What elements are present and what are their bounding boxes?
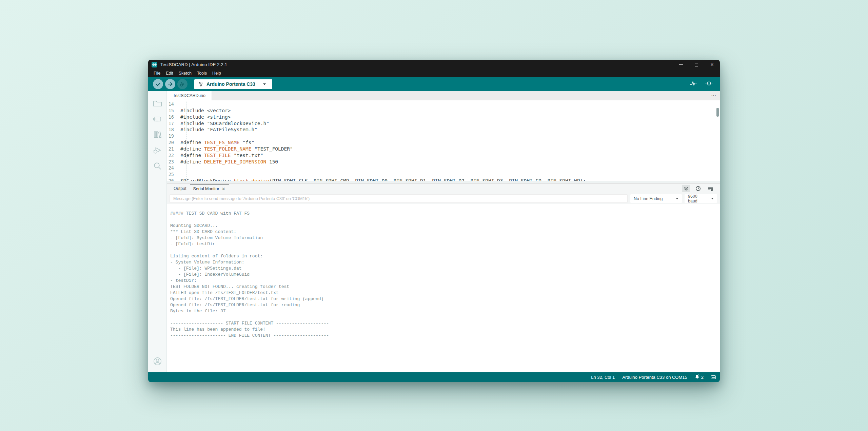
serial-output-line: ##### TEST SD CARD with FAT FS [170, 211, 720, 217]
serial-output-line [170, 247, 720, 253]
bell-icon [695, 374, 699, 380]
code-line: 23#define DELETE_FILE_DIMENSION 150 [167, 159, 720, 165]
line-ending-select[interactable]: No Line Ending [630, 194, 682, 203]
toolbar: Arduino Portenta C33 [148, 77, 720, 91]
horizontal-scrollbar-track[interactable] [167, 181, 720, 183]
serial-output-line: - testDir: [170, 278, 720, 284]
autoscroll-toggle[interactable] [682, 185, 690, 192]
verify-button[interactable] [153, 79, 163, 89]
panel-icon [711, 375, 716, 379]
menu-tools[interactable]: Tools [194, 70, 210, 77]
line-ending-value: No Line Ending [634, 196, 663, 201]
line-number: 23 [167, 159, 180, 165]
sidebar-item-sketchbook[interactable] [151, 96, 164, 111]
code-line: 18#include "FATFileSystem.h" [167, 126, 720, 133]
chevron-down-icon [711, 198, 714, 199]
sidebar-item-boards-manager[interactable] [151, 111, 164, 127]
line-number: 19 [167, 133, 180, 139]
serial-output-line: - System Volume Information: [170, 259, 720, 266]
maximize-button[interactable] [689, 60, 704, 70]
menu-help[interactable]: Help [210, 70, 224, 77]
notification-count: 2 [701, 375, 704, 380]
account-button[interactable] [151, 353, 164, 369]
upload-button[interactable] [165, 79, 175, 89]
close-serial-tab-icon[interactable]: ✕ [222, 187, 225, 192]
tab-serial-monitor[interactable]: Serial Monitor ✕ [190, 184, 229, 193]
title-bar[interactable]: TestSDCARD | Arduino IDE 2.2.1 ✕ [148, 60, 720, 70]
code-line: 20#define TEST_FS_NAME "fs" [167, 139, 720, 146]
baud-rate-value: 9600 baud [688, 194, 708, 203]
baud-rate-select[interactable]: 9600 baud [685, 194, 717, 203]
code-line: 14 [167, 101, 720, 107]
close-button[interactable]: ✕ [704, 60, 720, 70]
serial-output-line: - [Fold]: System Volume Information [170, 235, 720, 241]
line-number: 22 [167, 152, 180, 159]
menu-file[interactable]: File [151, 70, 163, 77]
code-line: 22#define TEST_FILE "test.txt" [167, 152, 720, 159]
menu-bar: FileEditSketchToolsHelp [148, 70, 720, 77]
chevron-down-icon [676, 198, 678, 199]
menu-sketch[interactable]: Sketch [176, 70, 194, 77]
code-line: 24 [167, 165, 720, 171]
serial-output-line: - [Fold]: testDir [170, 241, 720, 247]
menu-edit[interactable]: Edit [163, 70, 176, 77]
notifications-button[interactable]: 2 [695, 374, 704, 380]
indent-guide [186, 101, 187, 181]
serial-output-line: Mounting SDCARD... [170, 223, 720, 229]
bottom-panel-tab-bar: Output Serial Monitor ✕ [167, 183, 720, 193]
tab-output[interactable]: Output [170, 184, 190, 193]
serial-output-line [170, 217, 720, 223]
line-number: 21 [167, 146, 180, 152]
editor-tab-bar: TestSDCARD.ino ⋯ [167, 91, 720, 100]
serial-output-line: Opened file: /fs/TEST_FOLDER/test.txt fo… [170, 296, 720, 302]
line-number: 25 [167, 171, 180, 178]
window-title: TestSDCARD | Arduino IDE 2.2.1 [160, 62, 227, 67]
serial-output-line [170, 314, 720, 320]
serial-plotter-button[interactable] [690, 80, 697, 88]
serial-message-input[interactable] [170, 194, 628, 203]
line-number: 17 [167, 120, 180, 127]
tab-testsdcard-ino[interactable]: TestSDCARD.ino [167, 91, 212, 100]
status-bar: Ln 32, Col 1 Arduino Portenta C33 on COM… [148, 372, 720, 382]
board-port-status[interactable]: Arduino Portenta C33 on COM15 [622, 375, 687, 380]
sidebar-item-library-manager[interactable] [151, 127, 164, 142]
sidebar-item-search[interactable] [151, 158, 164, 174]
line-number: 20 [167, 139, 180, 146]
code-line: 19 [167, 133, 720, 139]
usb-icon [198, 81, 203, 88]
serial-output-line: - [File]: WPSettings.dat [170, 266, 720, 272]
serial-output-line: TEST FOLDER NOT FOUND... creating folder… [170, 284, 720, 290]
code-line: 16#include <string> [167, 114, 720, 120]
serial-message-row: No Line Ending 9600 baud [167, 193, 720, 204]
editor-code-lines: 1415#include <vector>16#include <string>… [167, 100, 720, 183]
minimize-button[interactable] [673, 60, 689, 70]
line-number: 18 [167, 126, 180, 133]
line-number: 24 [167, 165, 180, 171]
toggle-bottom-panel-button[interactable] [711, 375, 716, 379]
cursor-position[interactable]: Ln 32, Col 1 [591, 375, 615, 380]
chevron-down-icon [263, 83, 266, 85]
timestamp-toggle[interactable] [694, 185, 702, 192]
serial-output-line: -------------------- START FILE CONTENT … [170, 320, 720, 327]
activity-sidebar [148, 91, 167, 372]
code-editor[interactable]: 1415#include <vector>16#include <string>… [167, 100, 720, 183]
board-selector-label: Arduino Portenta C33 [206, 81, 255, 87]
editor-scrollbar-thumb[interactable] [716, 108, 719, 117]
code-line: 25 [167, 171, 720, 178]
clear-output-button[interactable] [706, 185, 714, 192]
serial-output-line: - [File]: IndexerVolumeGuid [170, 272, 720, 278]
serial-output-line: Bytes in the file: 37 [170, 308, 720, 314]
line-number: 16 [167, 114, 180, 120]
serial-monitor-output[interactable]: ##### TEST SD CARD with FAT FS Mounting … [167, 204, 720, 372]
arduino-logo-icon [152, 62, 157, 67]
serial-output-line: Opened file: /fs/TEST_FOLDER/test.txt fo… [170, 302, 720, 308]
serial-output-line: FAILED open file /fs/TEST_FOLDER/test.tx… [170, 290, 720, 296]
serial-monitor-button[interactable] [705, 80, 713, 88]
sidebar-item-debug[interactable] [151, 142, 164, 158]
tab-overflow-button[interactable]: ⋯ [708, 91, 720, 100]
debug-button[interactable] [177, 79, 188, 89]
arduino-ide-window: TestSDCARD | Arduino IDE 2.2.1 ✕ FileEdi… [148, 60, 720, 382]
line-number: 15 [167, 107, 180, 114]
board-selector[interactable]: Arduino Portenta C33 [194, 79, 272, 89]
serial-output-line: This line has been appended to file! [170, 327, 720, 333]
